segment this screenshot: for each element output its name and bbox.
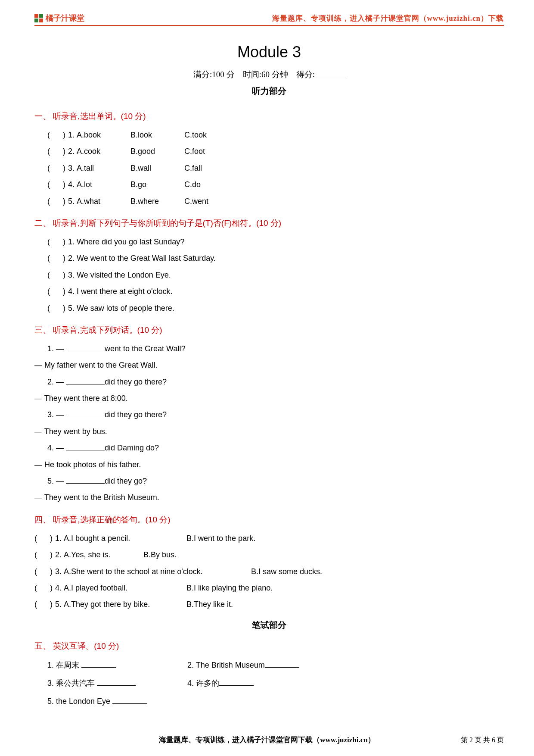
page-header: 橘子汁课堂 海量题库、专项训练，进入橘子汁课堂官网（www.juzizhi.cn… <box>34 13 504 26</box>
s3-a: — They went there at 8:00. <box>34 391 504 405</box>
s5-text: 1. 在周末 <box>47 661 79 669</box>
q-num: 5. <box>55 600 62 609</box>
answer-paren[interactable]: ( ) <box>47 194 65 208</box>
option-a: A.tall <box>77 161 128 175</box>
s5-text: 3. 乘公共汽车 <box>47 679 95 687</box>
fill-blank[interactable] <box>66 377 105 384</box>
q-post: went to the Great Wall? <box>105 344 185 353</box>
option-a: A.Yes, she is. <box>64 548 141 562</box>
svg-rect-3 <box>39 19 43 22</box>
fill-blank[interactable] <box>66 410 105 417</box>
s1-row: ( )1. A.book B.look C.took <box>47 128 504 142</box>
answer-paren[interactable]: ( ) <box>47 251 65 265</box>
s3-q: 3. — did they go there? <box>47 408 504 422</box>
s2-row: ( )5. We saw lots of people there. <box>47 301 504 315</box>
section-2-body: ( )1. Where did you go last Sunday? ( )2… <box>34 235 504 315</box>
s2-row: ( )3. We visited the London Eye. <box>47 268 504 282</box>
s3-a: — My father went to the Great Wall. <box>34 358 504 372</box>
s4-row: ( )1. A.I bought a pencil. B.I went to t… <box>34 531 504 545</box>
option-b: B.I went to the park. <box>186 531 255 545</box>
fill-blank[interactable] <box>66 443 105 450</box>
logo-icon <box>34 14 43 22</box>
option-c: C.fall <box>184 161 236 175</box>
option-a: A.I bought a pencil. <box>64 531 184 545</box>
answer-paren[interactable]: ( ) <box>47 284 65 298</box>
answer-paren[interactable]: ( ) <box>34 581 53 595</box>
s5-row: 1. 在周末 2. The British Museum <box>47 658 504 672</box>
option-a: A.lot <box>77 178 128 191</box>
s5-text: 5. the London Eye <box>47 697 110 706</box>
q-post: did Daming do? <box>105 444 159 452</box>
svg-rect-2 <box>34 19 38 22</box>
page: 橘子汁课堂 海量题库、专项训练，进入橘子汁课堂官网（www.juzizhi.cn… <box>0 0 534 756</box>
answer-paren[interactable]: ( ) <box>47 301 65 315</box>
answer-paren[interactable]: ( ) <box>47 144 65 158</box>
svg-rect-0 <box>34 14 38 18</box>
section-1-title: 一、 听录音,选出单词。(10 分) <box>34 111 504 122</box>
s1-row: ( )3. A.tall B.wall C.fall <box>47 161 504 175</box>
full-score: 满分:100 分 <box>193 70 235 79</box>
q-num: 2. <box>68 147 75 156</box>
s3-q: 1. — went to the Great Wall? <box>47 342 504 356</box>
sentence: 5. We saw lots of people there. <box>68 304 174 312</box>
section-5-body: 1. 在周末 2. The British Museum 3. 乘公共汽车 4.… <box>34 658 504 709</box>
s3-a: — They went to the British Museum. <box>34 490 504 504</box>
fill-blank[interactable] <box>219 678 254 686</box>
fill-blank[interactable] <box>66 476 105 484</box>
sentence: 2. We went to the Great Wall last Saturd… <box>68 254 216 262</box>
writing-section-label: 笔试部分 <box>34 619 504 631</box>
s1-row: ( )2. A.cook B.good C.foot <box>47 144 504 158</box>
section-1-body: ( )1. A.book B.look C.took ( )2. A.cook … <box>34 128 504 208</box>
section-3-body: 1. — went to the Great Wall? — My father… <box>34 342 504 505</box>
s2-row: ( )1. Where did you go last Sunday? <box>47 235 504 249</box>
fill-blank[interactable] <box>265 660 299 668</box>
q-num: 4. <box>68 180 75 189</box>
answer-paren[interactable]: ( ) <box>47 128 65 142</box>
s4-row: ( )4. A.I played football. B.I like play… <box>34 581 504 595</box>
s5-text: 4. 许多的 <box>187 679 219 687</box>
answer-paren[interactable]: ( ) <box>47 268 65 282</box>
answer-paren[interactable]: ( ) <box>47 161 65 175</box>
s4-row: ( )2. A.Yes, she is. B.By bus. <box>34 548 504 562</box>
score-blank[interactable] <box>315 69 345 77</box>
s4-row: ( )3. A.She went to the school at nine o… <box>34 565 504 578</box>
q-post: did they go there? <box>105 378 167 386</box>
option-a: A.They got there by bike. <box>64 597 184 611</box>
fill-blank[interactable] <box>97 678 136 686</box>
s5-row: 5. the London Eye <box>47 694 504 709</box>
q-post: did they go there? <box>105 410 167 419</box>
answer-paren[interactable]: ( ) <box>47 178 65 191</box>
sentence: 1. Where did you go last Sunday? <box>68 237 184 246</box>
listening-section-label: 听力部分 <box>34 85 504 97</box>
q-num: 2. <box>55 550 62 559</box>
meta-line: 满分:100 分 时间:60 分钟 得分: <box>34 69 504 80</box>
s5-item: 2. The British Museum <box>187 658 299 672</box>
answer-paren[interactable]: ( ) <box>34 531 53 545</box>
section-2-title: 二、 听录音,判断下列句子与你所听到的句子是(T)否(F)相符。(10 分) <box>34 218 504 229</box>
header-link-text: 海量题库、专项训练，进入橘子汁课堂官网（www.juzizhi.cn）下载 <box>272 13 504 23</box>
fill-blank[interactable] <box>112 697 147 704</box>
s3-a: — They went by bus. <box>34 425 504 438</box>
option-a: A.I played football. <box>64 581 184 595</box>
option-c: C.foot <box>184 144 236 158</box>
s1-row: ( )5. A.what B.where C.went <box>47 194 504 208</box>
q-post: did they go? <box>105 477 147 485</box>
fill-blank[interactable] <box>81 660 116 668</box>
answer-paren[interactable]: ( ) <box>34 565 53 578</box>
option-b: B.wall <box>130 161 182 175</box>
answer-paren[interactable]: ( ) <box>34 597 53 611</box>
fill-blank[interactable] <box>66 344 105 351</box>
answer-paren[interactable]: ( ) <box>34 548 53 562</box>
option-c: C.went <box>184 194 236 208</box>
logo-text: 橘子汁课堂 <box>46 13 84 23</box>
answer-paren[interactable]: ( ) <box>47 235 65 249</box>
score-label: 得分: <box>296 70 315 79</box>
q-num: 5. <box>68 197 75 206</box>
module-title: Module 3 <box>34 43 504 61</box>
q-num: 4. <box>55 584 62 592</box>
option-b: B.good <box>130 144 182 158</box>
s2-row: ( )4. I went there at eight o'clock. <box>47 284 504 298</box>
section-4-body: ( )1. A.I bought a pencil. B.I went to t… <box>34 531 504 612</box>
q-num: 3. <box>55 567 62 576</box>
s2-row: ( )2. We went to the Great Wall last Sat… <box>47 251 504 265</box>
